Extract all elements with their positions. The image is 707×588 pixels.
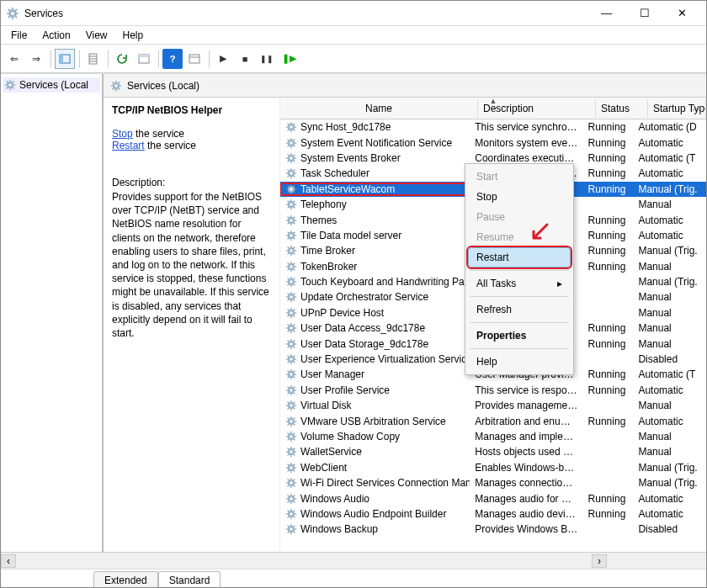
service-row[interactable]: VMware USB Arbitration ServiceArbitratio…	[280, 413, 706, 428]
column-header-status[interactable]: Status	[596, 99, 648, 118]
minimize-button[interactable]: —	[587, 2, 625, 25]
ctx-restart[interactable]: Restart	[468, 247, 571, 268]
service-status: Running	[583, 121, 634, 133]
service-description: This service synchroni…	[470, 121, 582, 133]
service-gear-icon	[285, 416, 297, 427]
ctx-stop[interactable]: Stop	[468, 187, 571, 207]
service-gear-icon	[285, 230, 297, 241]
scroll-left-button[interactable]: ‹	[1, 554, 16, 568]
pause-service-button[interactable]: ❚❚	[257, 49, 277, 69]
menu-action[interactable]: Action	[35, 28, 77, 43]
service-row[interactable]: Windows AudioManages audio for Wi…Runnin…	[280, 490, 706, 506]
restart-service-link[interactable]: Restart	[112, 140, 145, 151]
results-pane: Services (Local) TCP/IP NetBIOS Helper S…	[104, 74, 706, 552]
service-startup-type: Automatic	[633, 508, 706, 520]
menu-file[interactable]: File	[4, 28, 34, 43]
tab-standard[interactable]: Standard	[158, 571, 221, 588]
ctx-start: Start	[468, 167, 571, 187]
service-name: Windows Audio Endpoint Builder	[300, 508, 446, 520]
tree-node-services-local[interactable]: Services (Local	[3, 77, 100, 93]
service-description: Manages audio for Wi…	[470, 493, 582, 505]
service-startup-type: Manual	[633, 307, 706, 319]
service-gear-icon	[285, 384, 297, 396]
column-header-name[interactable]: Name ▲	[280, 99, 478, 118]
ctx-properties[interactable]: Properties	[468, 326, 571, 346]
service-gear-icon	[285, 446, 297, 458]
ctx-separator	[470, 348, 569, 349]
service-name: Wi-Fi Direct Services Connection Man…	[300, 477, 470, 489]
service-row[interactable]: Windows Audio Endpoint BuilderManages au…	[280, 506, 706, 522]
service-startup-type: Automatic	[633, 493, 706, 505]
service-row[interactable]: Wi-Fi Direct Services Connection Man…Man…	[280, 475, 706, 490]
column-header-row: Name ▲ Description Status Startup Type ︿	[280, 98, 706, 119]
service-name: VMware USB Arbitration Service	[300, 416, 446, 427]
service-row[interactable]: System Event Notification ServiceMonitor…	[280, 135, 706, 150]
service-row[interactable]: Volume Shadow CopyManages and implem…Man…	[280, 429, 706, 444]
console-tree: Services (Local	[1, 74, 104, 552]
help-button[interactable]: ?	[162, 49, 183, 69]
service-gear-icon	[285, 215, 297, 226]
service-name: TabletServiceWacom	[300, 183, 395, 195]
maximize-button[interactable]: ☐	[625, 2, 663, 25]
service-row[interactable]: Windows BackupProvides Windows Bac…Disab…	[280, 522, 706, 537]
toolbar-separator	[208, 50, 210, 68]
service-row[interactable]: WalletServiceHosts objects used by …Manu…	[280, 444, 706, 459]
tab-extended[interactable]: Extended	[93, 571, 158, 588]
stop-service-button[interactable]: ■	[235, 49, 255, 69]
service-gear-icon	[285, 183, 297, 195]
scroll-track[interactable]	[16, 554, 592, 568]
toolbar-separator	[50, 50, 51, 68]
stop-service-link[interactable]: Stop	[112, 128, 133, 140]
ctx-all-tasks[interactable]: All Tasks ▸	[468, 273, 571, 294]
service-name: Windows Audio	[300, 493, 369, 505]
service-row[interactable]: User Profile ServiceThis service is resp…	[280, 383, 706, 398]
service-row[interactable]: Sync Host_9dc178eThis service synchroni……	[280, 119, 706, 135]
scroll-right-button[interactable]: ›	[592, 554, 607, 568]
service-name: WalletService	[300, 446, 362, 458]
service-status: Running	[583, 215, 634, 226]
ctx-help[interactable]: Help	[468, 352, 571, 372]
svg-rect-11	[60, 55, 63, 63]
service-gear-icon	[285, 508, 297, 520]
service-status: Running	[583, 322, 634, 334]
scroll-up-button[interactable]: ︿	[691, 98, 703, 118]
service-row[interactable]: WebClientEnables Windows-bas…Manual (Tri…	[280, 460, 706, 475]
properties-sheet-button[interactable]	[184, 49, 205, 69]
service-row[interactable]: Virtual DiskProvides management…Manual	[280, 398, 706, 413]
annotation-arrow-icon	[529, 221, 550, 243]
start-service-button[interactable]: ▶	[213, 49, 233, 69]
menu-view[interactable]: View	[79, 28, 114, 43]
horizontal-scrollbar[interactable]: ‹ ›	[1, 552, 706, 569]
service-name: Virtual Disk	[300, 400, 351, 411]
service-name: Windows Backup	[300, 523, 378, 535]
menu-help[interactable]: Help	[116, 28, 151, 43]
service-gear-icon	[285, 477, 297, 489]
service-name: TokenBroker	[300, 261, 357, 273]
ctx-pause: Pause	[468, 207, 571, 227]
service-startup-type: Automatic	[633, 215, 706, 226]
export-list-button[interactable]	[83, 49, 104, 69]
service-name: Telephony	[300, 199, 347, 210]
service-gear-icon	[285, 291, 297, 303]
service-detail-pane: TCP/IP NetBIOS Helper Stop the service R…	[104, 98, 280, 552]
close-button[interactable]: ✕	[663, 2, 701, 25]
ctx-refresh[interactable]: Refresh	[468, 299, 571, 320]
tree-node-label: Services (Local	[19, 79, 88, 91]
show-hide-tree-button[interactable]	[55, 49, 75, 69]
service-gear-icon	[285, 462, 297, 474]
service-gear-icon	[285, 137, 297, 149]
service-startup-type: Manual	[633, 400, 706, 411]
ctx-separator	[470, 296, 569, 297]
main-content: Services (Local Services (Local) TCP/IP …	[1, 73, 706, 552]
nav-forward-button[interactable]: ⇒	[26, 49, 46, 69]
service-status: Running	[583, 183, 634, 195]
svg-rect-14	[139, 55, 149, 57]
refresh-button[interactable]	[112, 49, 132, 69]
service-name: User Manager	[300, 368, 364, 380]
properties-button[interactable]	[134, 49, 154, 69]
restart-service-button[interactable]: ❚▶	[279, 49, 299, 69]
toolbar: ⇐ ⇒ ? ▶ ■ ❚❚ ❚▶	[1, 45, 706, 73]
nav-back-button[interactable]: ⇐	[4, 49, 24, 69]
service-startup-type: Disabled	[633, 353, 706, 365]
service-startup-type: Automatic	[633, 137, 706, 149]
